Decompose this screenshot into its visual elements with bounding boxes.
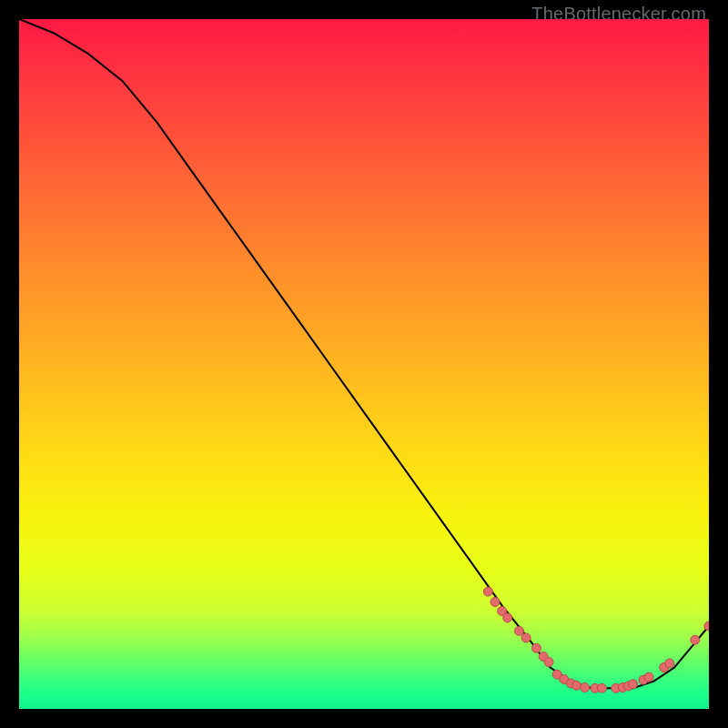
data-marker [483, 587, 492, 596]
data-marker [532, 643, 541, 652]
bottleneck-curve [19, 19, 709, 688]
data-markers [483, 587, 709, 693]
chart-svg [19, 19, 709, 709]
data-marker [521, 633, 531, 642]
data-marker [490, 598, 500, 607]
data-marker [503, 613, 512, 622]
data-marker [691, 635, 700, 644]
chart-root: TheBottlenecker.com [0, 0, 728, 728]
data-marker [704, 622, 709, 631]
data-marker [665, 659, 674, 668]
data-marker [581, 683, 590, 693]
data-marker [629, 680, 638, 689]
data-marker [515, 626, 524, 635]
plot-area [19, 19, 709, 709]
data-marker [598, 683, 607, 693]
data-marker [644, 672, 653, 682]
data-marker [544, 658, 553, 667]
curve-path [19, 19, 709, 688]
data-marker [572, 681, 581, 690]
